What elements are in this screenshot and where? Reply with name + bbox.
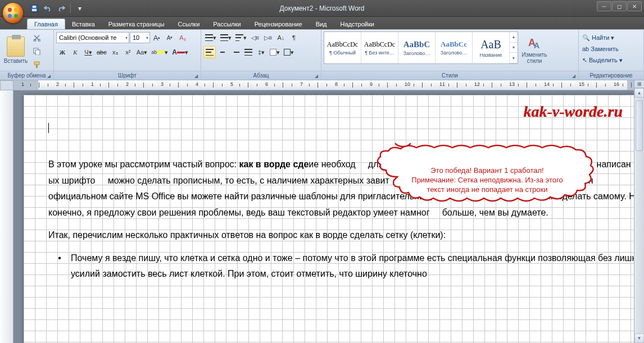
ruler-toggle-icon[interactable]: ▦: [634, 80, 644, 88]
style-normal[interactable]: AaBbCcDc¶ Обычный: [324, 32, 361, 63]
change-styles-icon: AA: [527, 36, 542, 51]
styles-gallery: AaBbCcDc¶ Обычный AaBbCcDc¶ Без инте… Aa…: [324, 31, 518, 64]
tab-view[interactable]: Вид: [309, 19, 334, 29]
clipboard-icon: [7, 36, 25, 57]
paste-button[interactable]: Вставить: [2, 31, 29, 68]
group-paragraph: ▾ ▾ ▾ ◁≡ ▷≡ A↓ ¶ ‡▾ ▾ ▾ Абзац◢: [201, 30, 321, 80]
shrink-font-button[interactable]: A▾: [164, 31, 176, 44]
tab-home[interactable]: Главная: [27, 19, 65, 29]
sort-button[interactable]: A↓: [275, 31, 287, 44]
qat-customize-icon[interactable]: ▾: [74, 2, 86, 15]
scroll-thumb[interactable]: [636, 100, 643, 151]
format-painter-button[interactable]: [30, 58, 43, 71]
minimize-button[interactable]: ─: [597, 1, 611, 11]
grow-font-button[interactable]: A▴: [151, 31, 163, 44]
increase-indent-button[interactable]: ▷≡: [262, 31, 274, 44]
document-area: kak-v-worde.ru В этом уроке мы рассмотри…: [13, 90, 634, 343]
styles-dialog-icon[interactable]: ◢: [570, 72, 577, 79]
group-editing-label: Редактирование: [579, 71, 643, 80]
font-color-button[interactable]: A▾: [170, 46, 190, 58]
gallery-more-icon[interactable]: ▼: [510, 53, 518, 63]
tab-page-layout[interactable]: Разметка страницы: [102, 19, 171, 29]
maximize-button[interactable]: ◻: [612, 1, 627, 11]
justify-button[interactable]: [242, 46, 255, 58]
undo-icon[interactable]: [42, 2, 54, 15]
ruler-corner[interactable]: [0, 80, 13, 90]
align-center-button[interactable]: [216, 46, 229, 58]
copy-button[interactable]: [30, 45, 43, 57]
binoculars-icon: 🔍: [582, 34, 590, 42]
select-button[interactable]: ↖Выделить ▾: [581, 55, 624, 65]
horizontal-ruler[interactable]: 1212345678910111213141516: [13, 80, 644, 90]
cut-button[interactable]: [30, 31, 43, 44]
style-heading2[interactable]: AaBbCcЗаголово…: [436, 32, 473, 63]
superscript-button[interactable]: x²: [122, 46, 134, 58]
window-controls: ─ ◻ ✕: [597, 1, 642, 11]
vertical-scrollbar: ▦ ▲ ▼: [634, 80, 644, 343]
style-no-spacing[interactable]: AaBbCcDc¶ Без инте…: [361, 32, 398, 63]
line-spacing-button[interactable]: ‡▾: [255, 46, 267, 58]
vertical-ruler[interactable]: [0, 90, 13, 343]
show-marks-button[interactable]: ¶: [288, 31, 300, 44]
redo-icon[interactable]: [55, 2, 67, 15]
font-dialog-icon[interactable]: ◢: [193, 72, 199, 79]
save-icon[interactable]: [28, 2, 40, 15]
svg-rect-6: [33, 6, 36, 8]
tab-references[interactable]: Ссылки: [171, 19, 207, 29]
tab-mailings[interactable]: Рассылки: [206, 19, 247, 29]
font-name-combo[interactable]: Calibri (Основной те: [56, 32, 129, 43]
multilevel-button[interactable]: ▾: [234, 31, 248, 44]
callout-text: Это победа! Вариант 1 сработал! Примечан…: [386, 166, 588, 194]
tab-insert[interactable]: Вставка: [65, 19, 102, 29]
change-styles-label: Изменить стили: [520, 52, 549, 64]
page[interactable]: kak-v-worde.ru В этом уроке мы рассмотри…: [24, 95, 634, 343]
style-heading1[interactable]: AaBbCЗаголово…: [398, 32, 436, 63]
align-left-button[interactable]: [203, 46, 216, 58]
group-styles: AaBbCcDc¶ Обычный AaBbCcDc¶ Без инте… Aa…: [321, 30, 579, 80]
strike-button[interactable]: abc: [95, 46, 108, 58]
underline-button[interactable]: Ч▾: [82, 46, 94, 58]
paste-label: Вставить: [4, 58, 28, 64]
group-paragraph-label: Абзац◢: [201, 71, 321, 80]
align-right-button[interactable]: [229, 46, 242, 58]
italic-button[interactable]: К: [69, 46, 81, 58]
svg-text:A: A: [534, 41, 539, 50]
group-font: Calibri (Основной те 10 A▴ A▾ Aᵪ Ж К Ч▾ …: [54, 30, 201, 80]
clipboard-dialog-icon[interactable]: ◢: [46, 72, 52, 79]
paragraph-dialog-icon[interactable]: ◢: [313, 72, 320, 79]
gallery-down-icon[interactable]: ▼: [510, 43, 518, 53]
replace-button[interactable]: abЗаменить: [581, 44, 620, 54]
decrease-indent-button[interactable]: ◁≡: [249, 31, 261, 44]
gallery-up-icon[interactable]: ▲: [510, 32, 518, 43]
change-styles-button[interactable]: AA Изменить стили: [519, 31, 550, 68]
clear-format-button[interactable]: Aᵪ: [176, 31, 189, 44]
style-title[interactable]: AaBНазвание: [473, 32, 510, 63]
bold-button[interactable]: Ж: [56, 46, 69, 58]
tab-addins[interactable]: Надстройки: [334, 19, 381, 29]
svg-point-15: [395, 143, 411, 147]
tab-review[interactable]: Рецензирование: [248, 19, 309, 29]
close-button[interactable]: ✕: [627, 1, 642, 11]
borders-button[interactable]: ▾: [282, 46, 296, 58]
bullets-button[interactable]: ▾: [203, 31, 218, 44]
font-size-combo[interactable]: 10: [130, 32, 150, 43]
office-button[interactable]: [2, 2, 24, 24]
qat-separator: [70, 3, 71, 13]
scroll-up-button[interactable]: ▲: [634, 88, 644, 98]
change-case-button[interactable]: Aa▾: [135, 46, 149, 58]
numbering-button[interactable]: ▾: [219, 31, 233, 44]
ribbon: Вставить Буфер обмена◢ Calibri (Основной…: [0, 30, 644, 80]
svg-point-2: [8, 14, 12, 18]
shading-button[interactable]: ▾: [268, 46, 282, 58]
scroll-down-button[interactable]: ▼: [634, 333, 644, 343]
group-styles-label: Стили◢: [321, 71, 578, 80]
gallery-scroll: ▲ ▼ ▼: [510, 32, 518, 63]
callout-cloud: Это победа! Вариант 1 сработал! Примечан…: [364, 143, 605, 216]
subscript-button[interactable]: x₂: [109, 46, 121, 58]
highlight-button[interactable]: ab▾: [149, 46, 170, 58]
svg-point-3: [14, 14, 18, 18]
replace-icon: ab: [582, 45, 589, 52]
svg-point-0: [8, 8, 12, 12]
svg-point-1: [14, 8, 18, 12]
find-button[interactable]: 🔍Найти ▾: [581, 33, 615, 43]
